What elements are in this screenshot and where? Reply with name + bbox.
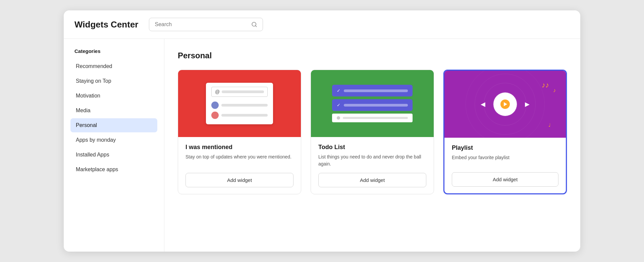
music-note-1: ♪♪: [542, 81, 549, 89]
sidebar-item-recommended[interactable]: Recommended: [70, 59, 157, 73]
add-widget-button-playlist[interactable]: Add widget: [452, 172, 558, 187]
card-mentioned: @: [178, 70, 301, 194]
card-image-todo: ✓ ✓: [311, 70, 434, 137]
card-body-mentioned: I was mentioned Stay on top of updates w…: [178, 137, 301, 194]
sidebar: Categories Recommended Staying on Top Mo…: [64, 39, 164, 252]
sidebar-item-installed-apps[interactable]: Installed Apps: [70, 148, 157, 162]
page-title: Widgets Center: [74, 19, 138, 30]
avatar-1: [211, 102, 219, 109]
play-button[interactable]: [500, 100, 510, 109]
todo-illustration: ✓ ✓: [332, 85, 413, 122]
main-content: Categories Recommended Staying on Top Mo…: [64, 39, 580, 252]
card-desc-todo: List things you need to do and never dro…: [318, 153, 426, 168]
play-triangle-icon: [504, 102, 507, 106]
avatar-2: [211, 112, 219, 119]
mention-input-mock: @: [211, 87, 268, 97]
add-widget-button-todo[interactable]: Add widget: [318, 173, 426, 187]
card-image-playlist: ♪♪ ♪ ♩ ◀ ▶: [444, 71, 566, 138]
section-title: Personal: [178, 51, 567, 60]
categories-label: Categories: [70, 48, 157, 54]
next-button[interactable]: ▶: [525, 101, 530, 108]
music-note-2: ♪: [553, 87, 556, 93]
player-controls: ◀ ▶: [481, 92, 530, 116]
sidebar-item-staying-on-top[interactable]: Staying on Top: [70, 74, 157, 88]
card-body-playlist: Playlist Embed your favorite playlist Ad…: [444, 138, 566, 193]
add-widget-button-mentioned[interactable]: Add widget: [185, 173, 293, 187]
music-note-3: ♩: [548, 122, 551, 128]
card-playlist: ♪♪ ♪ ♩ ◀ ▶: [443, 70, 567, 194]
sidebar-item-motivation[interactable]: Motivation: [70, 89, 157, 103]
prev-button[interactable]: ◀: [481, 101, 485, 108]
card-name-mentioned: I was mentioned: [185, 144, 293, 151]
sidebar-item-media[interactable]: Media: [70, 104, 157, 118]
card-todo: ✓ ✓: [311, 70, 434, 194]
sidebar-item-personal[interactable]: Personal: [70, 118, 157, 132]
cards-grid: @: [178, 70, 567, 194]
content-area: Personal @: [164, 39, 580, 252]
search-input[interactable]: [155, 21, 248, 27]
sidebar-item-marketplace-apps[interactable]: Marketplace apps: [70, 162, 157, 177]
search-bar[interactable]: [149, 18, 263, 31]
card-name-playlist: Playlist: [452, 144, 558, 151]
sidebar-item-apps-by-monday[interactable]: Apps by monday: [70, 133, 157, 147]
playlist-player: [493, 92, 517, 116]
search-icon: [251, 21, 257, 27]
svg-line-1: [256, 25, 257, 26]
header: Widgets Center: [64, 10, 580, 39]
card-image-mentioned: @: [178, 70, 301, 137]
card-body-todo: Todo List List things you need to do and…: [311, 137, 434, 194]
card-desc-playlist: Embed your favorite playlist: [452, 154, 558, 167]
mention-illustration: @: [206, 83, 273, 124]
card-desc-mentioned: Stay on top of updates where you were me…: [185, 153, 293, 168]
widgets-center-window: Widgets Center Categories Recommended St…: [64, 10, 580, 252]
card-name-todo: Todo List: [318, 144, 426, 151]
